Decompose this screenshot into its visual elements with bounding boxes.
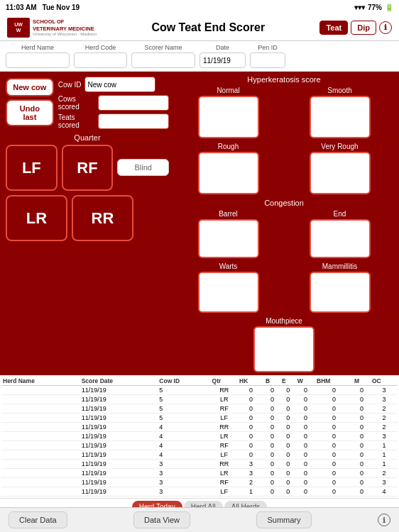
rough-score-item: Rough: [175, 143, 282, 194]
very-rough-score-item: Very Rough: [286, 143, 393, 194]
warts-score-item: Warts: [175, 262, 282, 313]
cow-id-input[interactable]: [84, 77, 155, 92]
status-date: Tue Nov 19: [43, 4, 80, 11]
col-herd-name: Herd Name: [1, 377, 80, 386]
congestion-title: Congestion: [175, 199, 393, 207]
barrel-score-item: Barrel: [175, 210, 282, 258]
blind-button[interactable]: Blind: [117, 159, 169, 176]
rough-label: Rough: [218, 143, 239, 150]
table-row: 11/19/193LF1000004: [1, 487, 398, 497]
barrel-label: Barrel: [219, 210, 238, 218]
congestion-grid: Barrel End: [175, 210, 393, 258]
data-table: Herd Name Score Date Cow ID Qtr HK B E W…: [1, 377, 398, 497]
battery-icon: 🔋: [385, 4, 393, 11]
normal-label: Normal: [217, 87, 239, 94]
pen-id-input[interactable]: [250, 52, 285, 68]
undo-last-button[interactable]: Undo last: [6, 99, 54, 126]
mammillitis-label: Mammillitis: [322, 262, 357, 270]
teats-scored-input[interactable]: [98, 113, 169, 129]
table-row: 11/19/194RF0000001: [1, 441, 398, 450]
end-score-box[interactable]: [310, 219, 371, 258]
lf-quarter-button[interactable]: LF: [6, 145, 58, 191]
status-bar: 11:03 AM Tue Nov 19 ▾▾▾ 77% 🔋: [0, 0, 399, 14]
table-row: 11/19/195LR0000003: [1, 395, 398, 404]
col-cow-id: Cow ID: [158, 377, 210, 386]
table-row: 11/19/194RR0000002: [1, 423, 398, 432]
smooth-score-box[interactable]: [310, 96, 371, 138]
col-bhm: BHM: [315, 377, 353, 386]
header-info-button[interactable]: ℹ: [379, 21, 392, 34]
very-rough-score-box[interactable]: [310, 152, 371, 194]
herd-code-group: Herd Code: [74, 44, 127, 68]
date-input[interactable]: [200, 52, 246, 68]
app-title: Cow Teat End Scorer: [97, 21, 319, 34]
summary-button[interactable]: Summary: [256, 511, 311, 528]
teat-toggle-button[interactable]: Teat: [319, 21, 348, 35]
date-group: Date: [200, 44, 246, 68]
col-qtr: Qtr: [211, 377, 238, 386]
rough-score-box[interactable]: [198, 152, 259, 194]
teats-scored-label: Teats scored: [58, 113, 95, 129]
quarter-section: Quarter LF RF Blind LR RR: [6, 133, 169, 241]
normal-score-box[interactable]: [198, 96, 259, 138]
mammillitis-score-box[interactable]: [310, 272, 371, 313]
mammillitis-score-item: Mammillitis: [286, 262, 393, 313]
rf-quarter-button[interactable]: RF: [62, 145, 114, 191]
logo-area: UWW SCHOOL OF VETERINARY MEDICINE Univer…: [7, 18, 97, 38]
herd-code-input[interactable]: [74, 52, 127, 68]
cows-scored-label: Cows scored: [58, 95, 95, 111]
rr-quarter-button[interactable]: RR: [72, 195, 133, 241]
col-m: M: [353, 377, 371, 386]
table-section: Herd Name Score Date Cow ID Qtr HK B E W…: [0, 375, 399, 498]
col-e: E: [280, 377, 296, 386]
clear-data-button[interactable]: Clear Data: [9, 511, 67, 528]
quarter-label: Quarter: [6, 133, 169, 142]
col-b: B: [264, 377, 280, 386]
table-row: 11/19/193RR3000001: [1, 460, 398, 469]
form-row: Herd Name Herd Code Scorer Name Date Pen…: [0, 41, 399, 72]
end-label: End: [334, 210, 346, 218]
hyperkeratosis-title: Hyperkeratosis score: [175, 75, 393, 84]
herd-name-label: Herd Name: [6, 44, 70, 51]
table-row: 11/19/195RF0000002: [1, 404, 398, 414]
cows-scored-input[interactable]: [98, 95, 169, 111]
bottom-bar: Clear Data Data View Summary ℹ: [0, 507, 399, 532]
dip-toggle-button[interactable]: Dip: [351, 21, 376, 35]
left-panel: New cow Undo last Cow ID Cows scored Tea…: [6, 75, 169, 372]
table-row: 11/19/194LR0000003: [1, 432, 398, 441]
new-cow-button[interactable]: New cow: [6, 78, 54, 96]
herd-code-label: Herd Code: [74, 44, 127, 51]
date-label: Date: [200, 44, 246, 51]
scorer-name-label: Scorer Name: [131, 44, 195, 51]
warts-score-box[interactable]: [198, 272, 259, 313]
smooth-label: Smooth: [327, 87, 351, 94]
school-name: SCHOOL OF VETERINARY MEDICINE University…: [33, 18, 97, 37]
scorer-name-group: Scorer Name: [131, 44, 195, 68]
logo-text: UWW: [14, 22, 23, 33]
mouthpiece-score-item: Mouthpiece: [175, 317, 393, 372]
app-header: UWW SCHOOL OF VETERINARY MEDICINE Univer…: [0, 14, 399, 41]
cow-id-label: Cow ID: [58, 81, 82, 89]
table-header-row: Herd Name Score Date Cow ID Qtr HK B E W…: [1, 377, 398, 386]
col-w: W: [296, 377, 315, 386]
wifi-icon: ▾▾▾: [354, 4, 365, 11]
scorer-name-input[interactable]: [131, 52, 195, 68]
col-oc: OC: [371, 377, 398, 386]
herd-name-input[interactable]: [6, 52, 70, 68]
mouthpiece-score-box[interactable]: [253, 326, 315, 372]
data-view-button[interactable]: Data View: [133, 511, 190, 528]
table-row: 11/19/193RF2000003: [1, 478, 398, 487]
bottom-info-button[interactable]: ℹ: [378, 514, 390, 526]
table-row: 11/19/194LF0000001: [1, 450, 398, 460]
lr-quarter-button[interactable]: LR: [6, 195, 67, 241]
header-toggle-buttons: Teat Dip ℹ: [319, 21, 392, 35]
herd-name-group: Herd Name: [6, 44, 70, 68]
battery-level: 77%: [368, 4, 382, 11]
warts-label: Warts: [219, 262, 238, 270]
warts-mammillitis-grid: Warts Mammillitis: [175, 262, 393, 313]
barrel-score-box[interactable]: [198, 219, 259, 258]
pen-id-group: Pen ID: [250, 44, 285, 68]
table-row: 11/19/195LF0000002: [1, 414, 398, 423]
col-score-date: Score Date: [80, 377, 158, 386]
table-row: 11/19/193LR3000002: [1, 469, 398, 478]
